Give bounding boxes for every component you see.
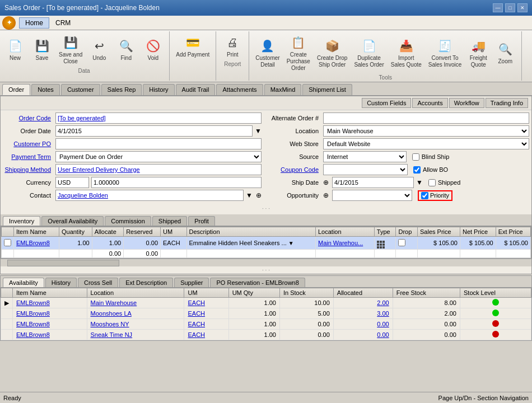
- zoom-button[interactable]: 🔍 Zoom: [492, 31, 518, 74]
- inv-tab-shipped[interactable]: Shipped: [152, 216, 187, 226]
- minimize-button[interactable]: —: [493, 3, 503, 12]
- payment-term-select[interactable]: Payment Due on Order: [55, 151, 262, 162]
- avail-col-stock-level[interactable]: Stock Level: [460, 288, 531, 298]
- bottom-tab-supplier[interactable]: Supplier: [174, 278, 209, 287]
- inv-col-reserved[interactable]: Reserved: [124, 227, 161, 237]
- tab-trading-info[interactable]: Trading Info: [486, 98, 528, 108]
- add-payment-button[interactable]: 💳 Add Payment: [173, 31, 212, 60]
- row-checkbox[interactable]: [4, 239, 11, 246]
- avail-expand-btn[interactable]: ▶: [1, 298, 13, 308]
- avail-col-item-name[interactable]: Item Name: [13, 288, 87, 298]
- convert-button[interactable]: 🧾 Convert ToSales Invoice: [426, 31, 464, 74]
- avail-location[interactable]: Main Warehouse: [87, 298, 184, 308]
- tab-sales-rep[interactable]: Sales Rep: [101, 84, 142, 95]
- avail-allocated[interactable]: 2.00: [333, 298, 393, 308]
- alt-order-input[interactable]: [323, 113, 529, 124]
- save-close-button[interactable]: 💾 Save andClose: [56, 31, 85, 67]
- new-button[interactable]: 📄 New: [2, 31, 28, 67]
- avail-location-2[interactable]: Moonshoes LA: [87, 308, 184, 319]
- shipping-method-input[interactable]: [55, 164, 262, 175]
- inv-col-um[interactable]: UM: [161, 227, 186, 237]
- currency-rate-input[interactable]: [91, 177, 262, 188]
- avail-location-4[interactable]: Sneak Time NJ: [87, 330, 184, 340]
- avail-item-name-3[interactable]: EMLBrown8: [13, 319, 87, 330]
- inv-col-ext-price[interactable]: Ext Price: [496, 227, 530, 237]
- currency-input[interactable]: [55, 177, 89, 188]
- avail-allocated-4[interactable]: 0.00: [333, 330, 393, 340]
- tab-shipment-list[interactable]: Shipment List: [302, 84, 352, 95]
- coupon-label[interactable]: Coupon Code: [270, 166, 321, 173]
- row-item-name[interactable]: EMLBrown8: [14, 237, 59, 250]
- ship-date-dropdown[interactable]: ▼: [416, 179, 423, 186]
- tab-workflow[interactable]: Workflow: [449, 98, 484, 108]
- inv-col-drop[interactable]: Drop: [396, 227, 418, 237]
- tab-attachments[interactable]: Attachments: [216, 84, 263, 95]
- freight-quote-button[interactable]: 🚚 FreightQuote: [465, 31, 491, 74]
- order-date-dropdown[interactable]: ▼: [255, 127, 262, 135]
- avail-col-location[interactable]: Location: [87, 288, 184, 298]
- bottom-tab-cross-sell[interactable]: Cross Sell: [78, 278, 118, 287]
- order-code-label[interactable]: Order Code: [3, 115, 53, 121]
- print-button[interactable]: 🖨 Print: [220, 31, 245, 60]
- inv-col-type[interactable]: Type: [374, 227, 396, 237]
- inv-tab-profit[interactable]: Profit: [188, 216, 215, 226]
- avail-row-sneak-time[interactable]: EMLBrown8 Sneak Time NJ EACH 1.00 0.00 0…: [1, 330, 531, 340]
- void-button[interactable]: 🚫 Void: [140, 31, 166, 67]
- bottom-tab-po-reservation[interactable]: PO Reservation - EMLBrown8: [210, 278, 305, 287]
- tab-customer[interactable]: Customer: [61, 84, 100, 95]
- row-drop-check[interactable]: [398, 239, 405, 246]
- order-code-input[interactable]: [55, 113, 262, 124]
- avail-um-2[interactable]: EACH: [184, 308, 228, 319]
- bottom-tab-history[interactable]: History: [45, 278, 77, 287]
- tab-history[interactable]: History: [143, 84, 174, 95]
- tab-maxmind[interactable]: MaxMind: [264, 84, 302, 95]
- payment-term-label[interactable]: Payment Term: [3, 153, 53, 160]
- tab-custom-fields[interactable]: Custom Fields: [362, 98, 411, 108]
- inv-col-quantity[interactable]: Quantity: [59, 227, 92, 237]
- contact-dropdown[interactable]: ▼: [246, 191, 253, 199]
- tab-notes[interactable]: Notes: [31, 84, 60, 95]
- row-location[interactable]: Main Warehou...: [315, 237, 374, 250]
- avail-item-name[interactable]: EMLBrown8: [13, 298, 87, 308]
- avail-item-name-2[interactable]: EMLBrown8: [13, 308, 87, 319]
- maximize-button[interactable]: □: [505, 3, 515, 12]
- avail-col-um[interactable]: UM: [184, 288, 228, 298]
- avail-um-4[interactable]: EACH: [184, 330, 228, 340]
- avail-row-moonshoes-la[interactable]: EMLBrown8 Moonshoes LA EACH 1.00 5.00 3.…: [1, 308, 531, 319]
- tab-order[interactable]: Order: [2, 84, 30, 95]
- inv-col-item-name[interactable]: Item Name: [14, 227, 59, 237]
- avail-um[interactable]: EACH: [184, 298, 228, 308]
- import-quote-button[interactable]: 📥 ImportSales Quote: [388, 31, 424, 74]
- avail-allocated-3[interactable]: 0.00: [333, 319, 393, 330]
- opportunity-select[interactable]: [332, 190, 412, 201]
- location-select[interactable]: Main Warehouse: [323, 125, 529, 137]
- inv-col-net-price[interactable]: Net Price: [460, 227, 496, 237]
- row-desc-dropdown[interactable]: ▼: [288, 240, 294, 246]
- create-po-button[interactable]: 📋 CreatePurchaseOrder: [284, 31, 313, 74]
- inv-col-description[interactable]: Description: [186, 227, 315, 237]
- customer-detail-button[interactable]: 👤 CustomerDetail: [253, 31, 282, 74]
- inv-tab-commission[interactable]: Commission: [105, 216, 151, 226]
- duplicate-button[interactable]: 📄 DuplicateSales Order: [351, 31, 386, 74]
- priority-checkbox[interactable]: [421, 192, 428, 199]
- avail-row-mooshoes-ny[interactable]: EMLBrown8 Mooshoes NY EACH 1.00 0.00 0.0…: [1, 319, 531, 330]
- save-button[interactable]: 💾 Save: [29, 31, 55, 67]
- opportunity-expand[interactable]: ⊕: [323, 191, 329, 199]
- close-button[interactable]: ✕: [517, 3, 528, 12]
- inv-tab-inventory[interactable]: Inventory: [3, 216, 40, 226]
- find-button[interactable]: 🔍 Find: [113, 31, 139, 67]
- avail-col-free-stock[interactable]: Free Stock: [393, 288, 460, 298]
- inv-scrollbar[interactable]: [7, 260, 119, 266]
- avail-col-allocated[interactable]: Allocated: [333, 288, 393, 298]
- blind-ship-checkbox[interactable]: [412, 153, 419, 161]
- shipping-method-label[interactable]: Shipping Method: [3, 166, 53, 173]
- bottom-tab-ext-desc[interactable]: Ext Description: [119, 278, 173, 287]
- create-drop-ship-button[interactable]: 📦 Create DropShip Order: [314, 31, 350, 74]
- shipped-checkbox[interactable]: [428, 179, 436, 186]
- customer-po-label[interactable]: Customer PO: [3, 140, 53, 147]
- customer-po-input[interactable]: [55, 138, 262, 149]
- avail-col-in-stock[interactable]: In Stock: [280, 288, 334, 298]
- ship-date-input[interactable]: [332, 177, 414, 188]
- menu-home[interactable]: Home: [19, 17, 49, 29]
- avail-location-3[interactable]: Mooshoes NY: [87, 319, 184, 330]
